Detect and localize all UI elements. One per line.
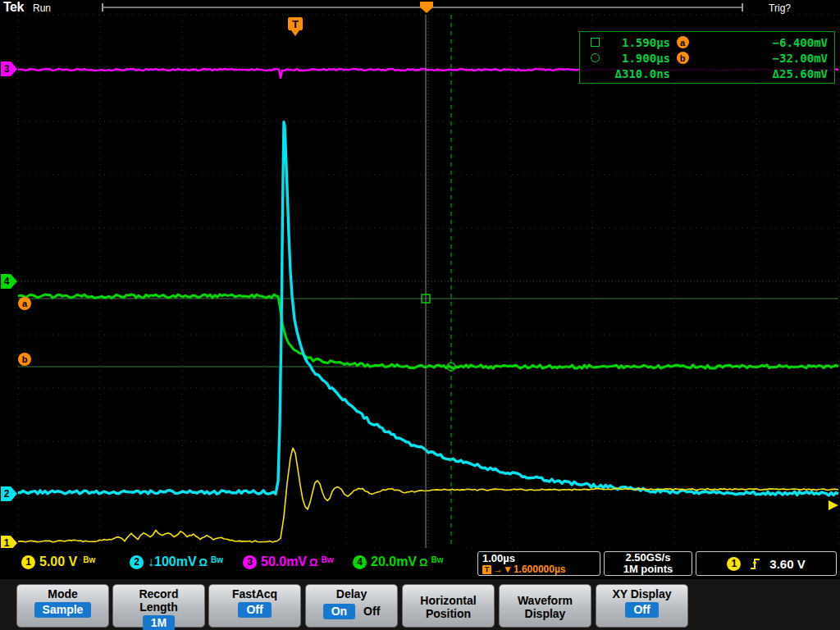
menu-waveform-title-2: Display	[500, 607, 591, 620]
menu-xy-value: Off	[625, 602, 658, 618]
ch3-coupling: Ω	[309, 556, 317, 568]
trigger-level: 3.60 V	[769, 557, 805, 571]
menu-fastacq-title: FastAcq	[209, 587, 300, 600]
channel-3-marker-label: 3	[4, 63, 10, 75]
acquisition-status: Run	[33, 2, 51, 14]
horizontal-delay: T →▼ 1.600000µs	[482, 564, 596, 575]
cursor-b-badge: b	[677, 52, 689, 64]
cursor-a-square-icon	[591, 38, 600, 47]
ch2-coupling: Ω	[199, 556, 208, 568]
channel-1-marker-label: 1	[4, 537, 10, 549]
trigger-t-icon: T	[482, 565, 491, 574]
waveform-ch2	[18, 122, 838, 495]
menu-record-value: 1M	[143, 615, 175, 630]
menu-fastacq-value: Off	[238, 602, 271, 618]
cursor-a-badge: a	[677, 36, 689, 48]
cursor-a-value: −6.400mV	[695, 36, 828, 49]
ch2-bandwidth-icon: Bw	[211, 555, 223, 564]
trigger-readout[interactable]: 1 3.60 V	[696, 551, 837, 576]
sample-rate: 2.50GS/s	[605, 552, 692, 564]
trigger-point-flag-stem	[291, 30, 299, 36]
menu-horiz-title-1: Horizontal	[403, 594, 494, 607]
cursor-readout: 1.590µs a −6.400mV 1.900µs b −32.00mV Δ3…	[579, 31, 835, 84]
menu-button-delay[interactable]: Delay On Off	[305, 584, 398, 628]
menu-horiz-title-2: Position	[403, 607, 494, 620]
cursor-b-tag-label: b	[22, 354, 28, 364]
waveform-ch4	[18, 294, 838, 368]
cursor-b-value: −32.00mV	[695, 52, 828, 65]
menu-record-title-2: Length	[113, 600, 204, 614]
ch1-scale: 5.00 V	[39, 555, 77, 569]
delay-value: 1.600000µs	[514, 564, 566, 575]
ch3-badge: 3	[243, 555, 257, 569]
cursor-b-circle-icon	[591, 53, 600, 62]
menu-mode-value: Sample	[34, 602, 92, 618]
channel-4-marker-label: 4	[4, 276, 10, 287]
menu-record-title-1: Record	[113, 587, 204, 600]
menu-button-xy-display[interactable]: XY Display Off	[596, 584, 688, 628]
cursor-a-tag-label: a	[22, 299, 28, 308]
menu-waveform-title-1: Waveform	[500, 594, 591, 607]
menu-delay-title: Delay	[306, 587, 397, 600]
trigger-slope-icon	[749, 557, 761, 571]
oscilloscope-screen: T3421ab Tek Run Trig? 1.590µs a −6.400mV…	[0, 0, 840, 630]
ch2-badge: 2	[130, 555, 144, 569]
bottom-readout-bar: 1 5.00 V Bw 2 ↓100mV Ω Bw 3 50.0mV Ω Bw …	[0, 548, 840, 579]
ch4-readout[interactable]: 4 20.0mV Ω Bw	[353, 555, 443, 569]
ch1-bandwidth-icon: Bw	[83, 555, 95, 564]
trigger-level-arrow-icon[interactable]	[829, 500, 838, 510]
acquisition-readout[interactable]: 2.50GS/s 1M points	[604, 551, 692, 576]
waveform-ch1	[18, 448, 838, 542]
ch1-readout[interactable]: 1 5.00 V Bw	[21, 555, 95, 569]
horizontal-scale: 1.00µs	[482, 552, 596, 564]
ch3-bandwidth-icon: Bw	[321, 555, 333, 564]
channel-2-marker-label: 2	[4, 488, 10, 500]
tek-logo: Tek	[3, 0, 24, 15]
ch2-scale: ↓100mV	[148, 555, 197, 569]
trigger-point-flag-label: T	[292, 18, 299, 30]
cursor-a-time: 1.590µs	[603, 36, 670, 49]
horizontal-readout[interactable]: 1.00µs T →▼ 1.600000µs	[477, 551, 600, 576]
top-status-bar: Tek Run Trig?	[0, 0, 840, 15]
record-length: 1M points	[605, 564, 692, 575]
delay-arrow-icon: →▼	[493, 564, 513, 575]
trigger-status: Trig?	[769, 2, 791, 14]
menu-button-waveform-display[interactable]: Waveform Display	[499, 584, 591, 628]
trigger-source-badge: 1	[727, 557, 741, 571]
menu-delay-off: Off	[363, 605, 380, 618]
menu-button-horizontal-position[interactable]: Horizontal Position	[402, 584, 495, 628]
ch4-badge: 4	[353, 555, 367, 569]
menu-button-fastacq[interactable]: FastAcq Off	[208, 584, 301, 628]
ch4-scale: 20.0mV	[371, 555, 417, 569]
menu-delay-on: On	[323, 604, 355, 619]
menu-button-record-length[interactable]: Record Length 1M	[112, 584, 205, 628]
menu-mode-title: Mode	[17, 587, 108, 600]
ch4-bandwidth-icon: Bw	[431, 555, 443, 564]
cursor-delta-time: Δ310.0ns	[603, 67, 670, 80]
bottom-menu-bar: Mode Sample Record Length 1M FastAcq Off…	[0, 579, 840, 630]
ch2-readout[interactable]: 2 ↓100mV Ω Bw	[130, 555, 223, 569]
menu-xy-title: XY Display	[596, 587, 687, 600]
cursor-b-time: 1.900µs	[603, 52, 670, 65]
ch4-coupling: Ω	[419, 556, 427, 568]
scope-display: T3421ab	[0, 0, 840, 630]
ch1-badge: 1	[21, 555, 35, 569]
ch3-scale: 50.0mV	[261, 555, 307, 569]
menu-button-mode[interactable]: Mode Sample	[16, 584, 109, 628]
cursor-delta-value: Δ25.60mV	[695, 67, 828, 80]
ch3-readout[interactable]: 3 50.0mV Ω Bw	[243, 555, 333, 569]
